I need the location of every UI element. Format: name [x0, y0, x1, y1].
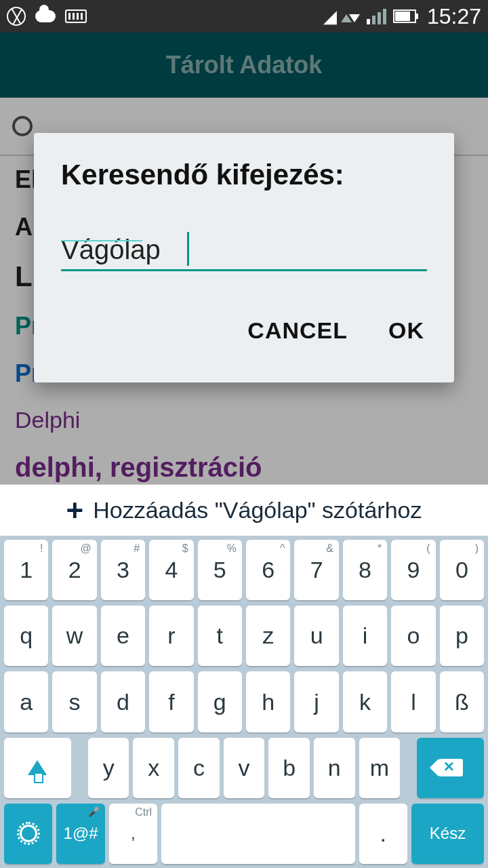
key-j[interactable]: j [294, 671, 338, 732]
shift-key[interactable] [4, 738, 71, 798]
key-row-3: asdfghjklß [4, 671, 484, 732]
battery-icon [393, 9, 416, 23]
key-ß[interactable]: ß [440, 671, 484, 732]
signal-icon [367, 9, 386, 24]
key-r[interactable]: r [149, 606, 193, 666]
input-suggestion-underline [61, 240, 142, 241]
key-4[interactable]: $4 [149, 540, 193, 600]
key-2[interactable]: @2 [52, 540, 96, 600]
key-k[interactable]: k [343, 671, 387, 732]
key-row-2: qwertzuiop [4, 606, 484, 666]
space-key[interactable] [161, 804, 354, 864]
key-5[interactable]: %5 [198, 540, 242, 600]
aperture-icon [7, 7, 26, 26]
gear-icon [20, 825, 37, 842]
suggestion-text: Hozzáadás "Vágólap" szótárhoz [93, 497, 422, 524]
key-8[interactable]: *8 [343, 540, 387, 600]
key-row-4: yxcvbnm [4, 738, 484, 798]
key-w[interactable]: w [52, 606, 96, 666]
ok-button[interactable]: OK [388, 317, 424, 344]
comma-key[interactable]: Ctrl, [109, 804, 157, 864]
key-q[interactable]: q [4, 606, 48, 666]
shift-icon [28, 760, 47, 775]
key-y[interactable]: y [88, 738, 129, 798]
key-u[interactable]: u [294, 606, 338, 666]
key-row-1: !1@2#3$4%5^6&7*8(9)0 [4, 540, 484, 600]
key-d[interactable]: d [101, 671, 145, 732]
done-key[interactable]: Kész [411, 804, 484, 864]
key-e[interactable]: e [101, 606, 145, 666]
key-7[interactable]: &7 [294, 540, 338, 600]
backspace-key[interactable] [417, 738, 484, 798]
key-0[interactable]: )0 [440, 540, 484, 600]
key-t[interactable]: t [198, 606, 242, 666]
key-z[interactable]: z [246, 606, 290, 666]
status-bar: ◢ 15:27 [0, 0, 488, 33]
key-9[interactable]: (9 [391, 540, 435, 600]
key-b[interactable]: b [268, 738, 310, 798]
dialog-title: Keresendő kifejezés: [61, 159, 427, 191]
key-3[interactable]: #3 [101, 540, 145, 600]
mic-icon: 🎤 [88, 806, 100, 817]
period-key[interactable]: . [359, 804, 407, 864]
updown-icon [344, 5, 360, 27]
keyboard-status-icon [65, 9, 87, 23]
key-g[interactable]: g [198, 671, 242, 732]
wifi-icon: ◢ [323, 6, 337, 27]
key-p[interactable]: p [440, 606, 484, 666]
key-s[interactable]: s [52, 671, 96, 732]
key-c[interactable]: c [178, 738, 220, 798]
settings-key[interactable] [4, 804, 52, 864]
key-a[interactable]: a [4, 671, 48, 732]
key-6[interactable]: ^6 [246, 540, 290, 600]
weather-icon [35, 10, 56, 22]
key-i[interactable]: i [343, 606, 387, 666]
search-dialog: Keresendő kifejezés: CANCEL OK [34, 133, 454, 382]
key-m[interactable]: m [359, 738, 401, 798]
cancel-button[interactable]: CANCEL [247, 317, 348, 344]
symbols-key[interactable]: 🎤1@# [56, 804, 104, 864]
key-o[interactable]: o [391, 606, 435, 666]
key-h[interactable]: h [246, 671, 290, 732]
key-f[interactable]: f [149, 671, 193, 732]
key-row-5: 🎤1@# Ctrl, . Kész [4, 804, 484, 864]
key-1[interactable]: !1 [4, 540, 48, 600]
key-l[interactable]: l [391, 671, 435, 732]
clock: 15:27 [427, 4, 481, 29]
text-caret [187, 232, 189, 266]
soft-keyboard: !1@2#3$4%5^6&7*8(9)0 qwertzuiop asdfghjk… [0, 536, 488, 868]
plus-icon: + [66, 496, 83, 526]
backspace-icon [439, 759, 463, 776]
key-v[interactable]: v [224, 738, 265, 798]
ime-suggestion-bar[interactable]: + Hozzáadás "Vágólap" szótárhoz [0, 484, 488, 536]
key-x[interactable]: x [133, 738, 174, 798]
key-n[interactable]: n [314, 738, 355, 798]
